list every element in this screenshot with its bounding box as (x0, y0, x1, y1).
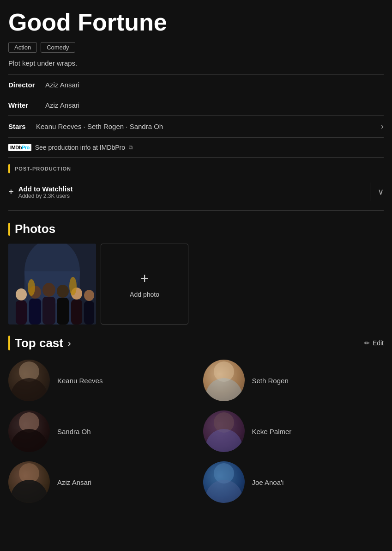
add-photo-label: Add photo (130, 291, 159, 298)
cast-name-sandra: Sandra Oh (57, 428, 91, 435)
svg-point-16 (69, 277, 77, 295)
watchlist-left: + Add to Watchlist Added by 2.3K users (8, 185, 362, 199)
stars-label: Stars (8, 122, 36, 130)
writer-row: Writer Aziz Ansari (8, 95, 384, 116)
watchlist-texts: Add to Watchlist Added by 2.3K users (18, 185, 73, 199)
external-link-icon: ⧉ (129, 144, 133, 151)
add-photo-plus-icon: + (140, 270, 149, 287)
svg-rect-8 (42, 297, 55, 324)
watchlist-divider (370, 183, 370, 201)
photo-thumb-1[interactable] (8, 244, 96, 324)
edit-button[interactable]: ✏ Edit (364, 339, 384, 347)
avatar-sandra-oh (8, 410, 50, 452)
writer-label: Writer (8, 101, 45, 109)
joe-body (205, 480, 242, 503)
top-cast-heading: Top cast › ✏ Edit (8, 336, 384, 350)
post-production-status: POST-PRODUCTION (15, 166, 71, 171)
avatar-seth-rogen (203, 360, 245, 401)
cast-item-keanu[interactable]: Keanu Reeves (8, 360, 189, 401)
keanu-silhouette (8, 360, 50, 401)
svg-rect-4 (16, 300, 27, 324)
cast-item-seth[interactable]: Seth Rogen (203, 360, 384, 401)
watchlist-plus-icon[interactable]: + (8, 187, 14, 197)
cast-item-sandra[interactable]: Sandra Oh (8, 410, 189, 452)
svg-rect-14 (84, 301, 94, 324)
cast-item-keke[interactable]: Keke Palmer (203, 410, 384, 452)
svg-rect-6 (29, 299, 41, 324)
avatar-joe-anoai (203, 461, 245, 503)
cast-photo (8, 244, 96, 324)
seth-silhouette (203, 360, 245, 401)
edit-label: Edit (373, 339, 384, 347)
svg-rect-12 (71, 300, 82, 324)
cast-item-aziz[interactable]: Aziz Ansari (8, 461, 189, 503)
genre-tag-comedy[interactable]: Comedy (41, 42, 75, 53)
svg-point-15 (28, 279, 35, 296)
pencil-icon: ✏ (364, 339, 370, 347)
stars-value[interactable]: Keanu Reeves · Seth Rogen · Sandra Oh (36, 122, 381, 130)
post-production-indicator (8, 164, 10, 173)
sandra-silhouette (8, 410, 50, 452)
imdbpro-badge: IMDbPro (8, 144, 31, 151)
watchlist-add-label[interactable]: Add to Watchlist (18, 185, 73, 193)
top-cast-left: Top cast › (8, 336, 71, 350)
keanu-body (11, 378, 48, 401)
joe-silhouette (203, 461, 245, 503)
add-photo-button[interactable]: + Add photo (101, 244, 188, 324)
top-cast-bar (8, 336, 10, 350)
svg-point-7 (42, 283, 55, 297)
cast-name-joe: Joe Anoa'i (252, 478, 284, 486)
cast-name-seth: Seth Rogen (252, 377, 289, 385)
stars-row: Stars Keanu Reeves · Seth Rogen · Sandra… (8, 116, 384, 138)
photos-grid: + Add photo (8, 244, 384, 324)
cast-name-keanu: Keanu Reeves (57, 377, 103, 385)
director-label: Director (8, 81, 45, 89)
aziz-body (11, 480, 48, 503)
avatar-keke-palmer (203, 410, 245, 452)
seth-body (205, 378, 242, 401)
cast-grid: Keanu Reeves Seth Rogen Sandra Oh (8, 360, 384, 503)
cast-name-keke: Keke Palmer (252, 428, 292, 435)
top-cast-title: Top cast (15, 336, 63, 350)
watchlist-row: + Add to Watchlist Added by 2.3K users ∨ (8, 178, 384, 211)
photos-section-title: Photos (15, 222, 55, 236)
imdbpro-pro-text: Pro (22, 145, 30, 150)
watchlist-added-by: Added by 2.3K users (18, 193, 73, 199)
photos-section-heading: Photos (8, 222, 384, 236)
svg-point-9 (57, 285, 69, 298)
genre-tag-action[interactable]: Action (8, 42, 37, 53)
watchlist-chevron-down-icon[interactable]: ∨ (378, 187, 384, 197)
post-production-bar: POST-PRODUCTION (8, 158, 384, 178)
sandra-body (11, 429, 48, 452)
cast-name-aziz: Aziz Ansari (57, 478, 91, 486)
avatar-keanu-reeves (8, 360, 50, 401)
avatar-aziz-ansari (8, 461, 50, 503)
photos-section-bar (8, 223, 10, 236)
svg-rect-10 (57, 298, 69, 324)
imdbpro-link[interactable]: See production info at IMDbPro (35, 144, 125, 151)
director-value[interactable]: Aziz Ansari (45, 81, 79, 89)
keke-body (205, 429, 242, 452)
svg-point-13 (84, 290, 94, 301)
genre-row: Action Comedy (8, 42, 384, 53)
imdbpro-row: IMDbPro See production info at IMDbPro ⧉ (8, 138, 384, 158)
keke-silhouette (203, 410, 245, 452)
top-cast-arrow-icon[interactable]: › (68, 338, 71, 349)
stars-chevron-right-icon[interactable]: › (381, 122, 384, 131)
writer-value[interactable]: Aziz Ansari (45, 101, 79, 109)
svg-point-3 (16, 288, 27, 300)
movie-title: Good Fortune (8, 9, 384, 36)
director-row: Director Aziz Ansari (8, 75, 384, 95)
aziz-silhouette (8, 461, 50, 503)
page-wrapper: Good Fortune Action Comedy Plot kept und… (0, 0, 392, 512)
plot-text: Plot kept under wraps. (8, 59, 384, 67)
cast-item-joe[interactable]: Joe Anoa'i (203, 461, 384, 503)
